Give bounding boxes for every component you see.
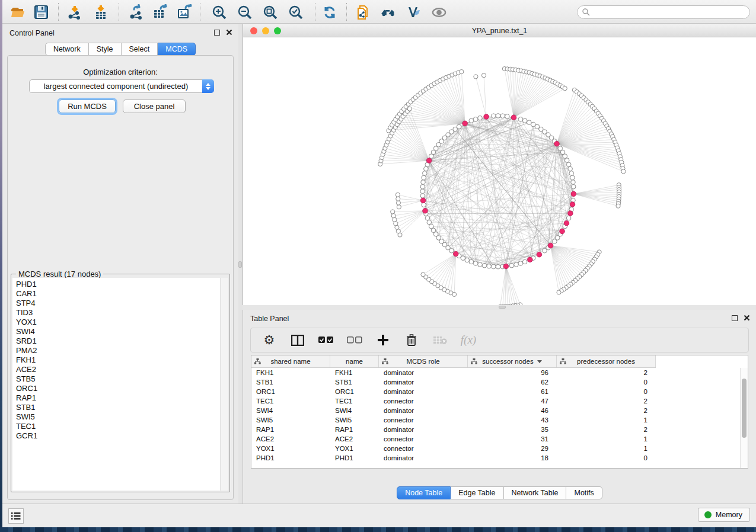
table-scrollbar[interactable]	[740, 368, 748, 468]
import-network-icon[interactable]	[66, 4, 82, 20]
tab-edge-table[interactable]: Edge Table	[451, 486, 503, 499]
import-table-icon[interactable]	[92, 4, 109, 20]
float-panel-icon[interactable]	[732, 315, 738, 321]
network-view-titlebar[interactable]: YPA_prune.txt_1	[243, 24, 756, 37]
zoom-selected-icon[interactable]	[288, 4, 304, 20]
table-cell: 1	[557, 444, 656, 453]
save-session-icon[interactable]	[33, 4, 49, 20]
run-mcds-button[interactable]: Run MCDS	[59, 100, 116, 113]
mcds-result-item[interactable]: ACE2	[16, 365, 220, 374]
show-panel-list-icon[interactable]	[8, 508, 24, 524]
table-cell: FKH1	[251, 368, 330, 377]
tab-select[interactable]: Select	[122, 43, 158, 56]
mcds-result-item[interactable]: FKH1	[16, 355, 220, 365]
float-panel-icon[interactable]	[214, 30, 220, 36]
export-network-icon[interactable]	[128, 4, 144, 20]
close-panel-icon[interactable]	[744, 315, 750, 321]
table-cell: 62	[468, 377, 557, 387]
tab-motifs[interactable]: Motifs	[566, 486, 602, 499]
mcds-result-item[interactable]: GCR1	[16, 431, 220, 441]
table-cell: 61	[468, 387, 557, 396]
first-neighbors-icon[interactable]	[380, 4, 396, 20]
column-header-MCDS-role[interactable]: MCDS role	[379, 355, 468, 367]
mcds-result-item[interactable]: TID3	[16, 308, 220, 318]
table-cell: dominator	[379, 387, 468, 396]
mcds-result-item[interactable]: PMA2	[16, 346, 220, 355]
tab-network-table[interactable]: Network Table	[504, 486, 567, 499]
split-panel-icon[interactable]	[290, 332, 305, 348]
table-row[interactable]: SWI5SWI5connector431	[251, 415, 740, 425]
close-panel-icon[interactable]	[226, 29, 232, 36]
table-row[interactable]: YOX1YOX1connector291	[251, 444, 740, 453]
mcds-result-item[interactable]: STP4	[16, 299, 220, 308]
mcds-result-item[interactable]: SWI4	[16, 327, 220, 336]
optimization-criterion-dropdown[interactable]: largest connected component (undirected)	[29, 79, 214, 93]
tab-mcds[interactable]: MCDS	[158, 43, 196, 56]
vertical-splitter[interactable]	[238, 24, 243, 504]
mcds-result-title: MCDS result (17 nodes)	[16, 270, 103, 278]
mcds-result-item[interactable]: ORC1	[16, 384, 220, 393]
horizontal-splitter[interactable]	[243, 305, 756, 310]
mcds-result-item[interactable]: SWI5	[16, 412, 220, 422]
zoom-in-icon[interactable]	[211, 4, 227, 20]
mcds-result-item[interactable]: STB1	[16, 403, 220, 412]
refresh-icon[interactable]	[321, 4, 337, 20]
gear-icon[interactable]: ⚙	[261, 332, 277, 348]
new-network-from-selection-icon[interactable]	[355, 4, 371, 20]
close-panel-button[interactable]: Close panel	[123, 100, 186, 113]
table-row[interactable]: ACE2ACE2connector311	[251, 434, 740, 444]
table-row[interactable]: PHD1PHD1dominator180	[251, 453, 740, 463]
tab-style[interactable]: Style	[89, 43, 122, 56]
mcds-result-item[interactable]: TEC1	[16, 422, 220, 431]
search-icon	[582, 8, 590, 16]
splitter-grip[interactable]	[238, 261, 242, 268]
export-image-icon[interactable]	[177, 4, 193, 20]
network-graph[interactable]	[243, 37, 756, 305]
column-header-label: name	[346, 358, 363, 365]
table-row[interactable]: FKH1FKH1dominator962	[251, 368, 740, 377]
cytoscape-window: Control Panel NetworkStyleSelectMCDS Opt…	[2, 0, 756, 527]
mcds-result-item[interactable]: SRD1	[16, 336, 220, 346]
network-column-icon	[560, 358, 566, 364]
node-table[interactable]: shared namenameMCDS rolesuccessor nodesp…	[251, 355, 748, 469]
show-hide-icon[interactable]	[431, 4, 447, 20]
memory-button[interactable]: Memory	[698, 508, 750, 522]
zoom-out-icon[interactable]	[237, 4, 253, 20]
add-column-icon[interactable]	[375, 332, 391, 348]
column-header-name[interactable]: name	[330, 355, 379, 367]
select-all-icon[interactable]	[318, 332, 334, 348]
table-row[interactable]: SWI4SWI4dominator462	[251, 406, 740, 415]
table-cell: dominator	[379, 377, 468, 387]
vizmapper-icon[interactable]	[406, 4, 422, 20]
tab-node-table[interactable]: Node Table	[397, 486, 451, 499]
toolbar-separator	[315, 3, 315, 21]
splitter-grip[interactable]	[499, 306, 506, 309]
mcds-list-scrollbar[interactable]	[221, 278, 228, 491]
table-cell: 47	[468, 396, 557, 406]
mcds-result-item[interactable]: YOX1	[16, 318, 220, 327]
mcds-result-item[interactable]: PHD1	[16, 280, 220, 289]
zoom-fit-icon[interactable]	[262, 4, 278, 20]
deselect-all-icon[interactable]	[347, 332, 362, 348]
open-file-icon[interactable]	[9, 4, 25, 20]
mcds-result-item[interactable]: CAR1	[16, 289, 220, 299]
column-header-predecessor-nodes[interactable]: predecessor nodes	[557, 355, 656, 367]
search-input[interactable]	[590, 8, 738, 17]
column-header-label: predecessor nodes	[577, 358, 635, 365]
mcds-result-item[interactable]: STB5	[16, 374, 220, 384]
table-row[interactable]: ORC1ORC1dominator610	[251, 387, 740, 396]
scrollbar-thumb[interactable]	[742, 379, 747, 438]
column-header-shared-name[interactable]: shared name	[251, 355, 330, 367]
table-row[interactable]: STB1STB1dominator620	[251, 377, 740, 387]
mcds-result-item[interactable]: RAP1	[16, 393, 220, 403]
mcds-result-list[interactable]: PHD1CAR1STP4TID3YOX1SWI4SRD1PMA2FKH1ACE2…	[12, 278, 220, 491]
table-row[interactable]: TEC1TEC1connector472	[251, 396, 740, 406]
export-table-icon[interactable]	[152, 4, 168, 20]
column-header-successor-nodes[interactable]: successor nodes	[468, 355, 557, 367]
table-cell: RAP1	[330, 425, 379, 434]
table-row[interactable]: RAP1RAP1dominator352	[251, 425, 740, 434]
tab-network[interactable]: Network	[45, 43, 89, 56]
table-cell: SWI5	[251, 415, 330, 425]
delete-icon[interactable]	[404, 332, 419, 348]
network-canvas[interactable]	[243, 37, 756, 305]
